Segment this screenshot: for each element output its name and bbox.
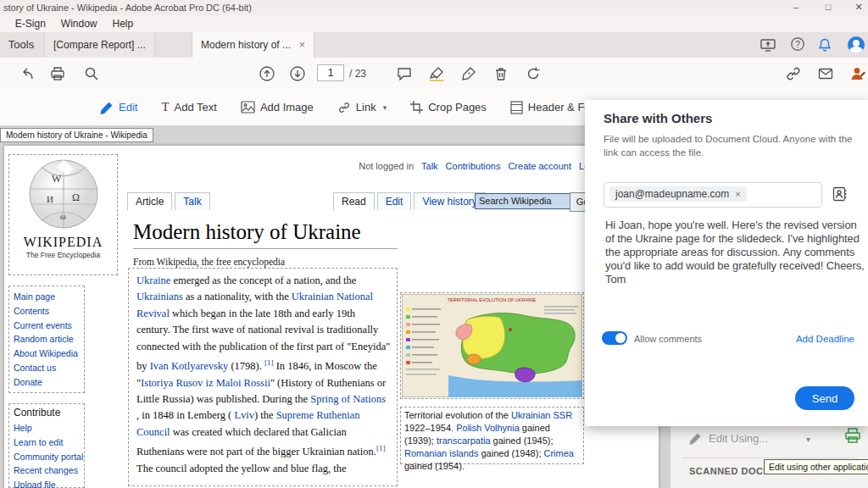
chevron-down-icon[interactable]: ▾ bbox=[806, 435, 810, 444]
share-file-icon[interactable] bbox=[19, 65, 36, 82]
highlighter-icon[interactable] bbox=[428, 65, 445, 82]
sidebar-link[interactable]: Donate bbox=[14, 375, 80, 390]
title-bar: story of Ukraine - Wikipedia - Adobe Acr… bbox=[0, 0, 868, 15]
crop-icon bbox=[410, 101, 423, 114]
menu-item[interactable]: Window bbox=[61, 18, 97, 30]
wiki-link[interactable]: Lviv bbox=[234, 409, 254, 421]
add-text-button[interactable]: T Add Text bbox=[161, 100, 217, 114]
recipients-field[interactable]: joan@madeupname.com× bbox=[604, 182, 822, 208]
sidebar-link[interactable]: Recent changes bbox=[14, 463, 80, 478]
address-book-icon[interactable] bbox=[831, 186, 848, 202]
sidebar-link[interactable]: Community portal bbox=[14, 450, 80, 464]
menu-item[interactable]: E-Sign bbox=[15, 18, 46, 30]
send-button[interactable]: Send bbox=[795, 386, 854, 410]
wiki-link[interactable]: Crimea bbox=[544, 448, 574, 458]
add-deadline-link[interactable]: Add Deadline bbox=[796, 334, 854, 344]
link-tool-label: Link bbox=[356, 101, 376, 114]
edit-tool-button[interactable]: Edit bbox=[100, 101, 137, 114]
wiki-top-link[interactable]: Contributions bbox=[446, 161, 501, 171]
wiki-link[interactable]: [1] bbox=[376, 444, 386, 452]
crop-pages-label: Crop Pages bbox=[428, 101, 487, 114]
page-number-input[interactable] bbox=[317, 64, 344, 81]
wiki-search-input[interactable]: Search Wikipedia bbox=[475, 193, 575, 209]
crop-pages-button[interactable]: Crop Pages bbox=[410, 101, 487, 114]
tab-read[interactable]: Read bbox=[333, 192, 375, 210]
sidebar-link[interactable]: Contact us bbox=[14, 361, 80, 375]
article-subtitle: From Wikipedia, the free encyclopedia bbox=[133, 257, 285, 267]
share-panel-description: File will be uploaded to Document Cloud.… bbox=[604, 132, 860, 159]
wiki-top-link[interactable]: Create account bbox=[508, 161, 571, 171]
wiki-link[interactable]: Romanian islands bbox=[404, 448, 478, 458]
close-button[interactable]: ✕ bbox=[849, 0, 868, 15]
page-up-icon[interactable] bbox=[259, 65, 275, 82]
wikipedia-wordmark: WIKIPEDIA bbox=[24, 235, 103, 250]
add-image-label: Add Image bbox=[260, 101, 314, 114]
user-avatar[interactable] bbox=[848, 36, 865, 53]
sidebar-link[interactable]: Main page bbox=[14, 290, 80, 304]
edit-using-row[interactable]: Edit Using... bbox=[689, 432, 768, 445]
sign-pen-icon[interactable] bbox=[460, 65, 477, 82]
wiki-namespace-tabs: Article Talk bbox=[127, 192, 213, 210]
delete-pages-icon[interactable] bbox=[492, 65, 509, 82]
print-icon[interactable] bbox=[49, 65, 66, 82]
wiki-link[interactable]: transcarpatia bbox=[437, 435, 491, 446]
tab-compare-report[interactable]: [Compare Report] ... bbox=[44, 32, 155, 58]
allow-comments-toggle[interactable] bbox=[602, 331, 627, 345]
recipient-chip[interactable]: joan@madeupname.com× bbox=[609, 186, 747, 202]
wiki-link[interactable]: Spring of Nations bbox=[310, 393, 386, 405]
tab-modern-history[interactable]: Modern history of ...× bbox=[192, 32, 314, 58]
sidebar-link[interactable]: Upload file bbox=[14, 478, 80, 488]
sidebar-link[interactable]: Learn to edit bbox=[14, 435, 80, 450]
share-panel-title: Share with Others bbox=[604, 111, 712, 125]
link-icon[interactable] bbox=[785, 65, 802, 82]
sidebar-link[interactable]: Random article bbox=[14, 332, 80, 347]
wiki-link[interactable]: Ukrainians bbox=[136, 291, 183, 302]
pdf-page: W Ω И ω WIKIPEDIA The Free Encyclopedia … bbox=[4, 146, 659, 488]
share-screen-icon[interactable] bbox=[760, 37, 776, 53]
tab-article[interactable]: Article bbox=[127, 192, 172, 210]
signing-user-icon[interactable] bbox=[849, 65, 866, 82]
sidebar-link[interactable]: Contents bbox=[14, 304, 80, 319]
scan-printer-icon[interactable] bbox=[843, 426, 862, 445]
email-icon[interactable] bbox=[817, 65, 834, 82]
message-textarea[interactable]: Hi Joan, hope you're well. Here's the re… bbox=[605, 219, 866, 286]
tab-close-icon[interactable]: × bbox=[299, 39, 305, 51]
tab-edit[interactable]: Edit bbox=[377, 192, 412, 210]
tab-talk[interactable]: Talk bbox=[175, 192, 209, 210]
menu-item[interactable]: Help bbox=[113, 18, 134, 30]
svg-text:TERRITORIAL EVOLUTION OF UKRAI: TERRITORIAL EVOLUTION OF UKRAINE bbox=[448, 297, 537, 302]
wiki-link[interactable]: Ukrainian SSR bbox=[511, 410, 572, 420]
comment-icon[interactable] bbox=[396, 65, 413, 82]
wiki-link[interactable]: Ukraine bbox=[136, 274, 170, 286]
search-icon[interactable] bbox=[83, 65, 100, 82]
map-image-block[interactable]: TERRITORIAL EVOLUTION OF UKRAINE bbox=[400, 292, 584, 399]
notification-bell-icon[interactable] bbox=[817, 37, 834, 53]
minimize-button[interactable]: – bbox=[787, 0, 805, 15]
article-body-text: Ukraine emerged as the concept of a nati… bbox=[136, 273, 391, 477]
wikipedia-logo-block[interactable]: W Ω И ω WIKIPEDIA The Free Encyclopedia bbox=[8, 154, 118, 275]
svg-text:?: ? bbox=[795, 40, 800, 49]
wiki-top-link[interactable]: Not logged in bbox=[359, 161, 414, 171]
text-run: gained (1954). bbox=[404, 461, 465, 471]
tab-tools[interactable]: Tools bbox=[0, 32, 42, 58]
svg-text:Ω: Ω bbox=[72, 191, 80, 203]
link-tool-button[interactable]: Link ▾ bbox=[337, 101, 387, 114]
sidebar-link[interactable]: Current events bbox=[14, 319, 80, 333]
wiki-link[interactable]: [1] bbox=[264, 358, 274, 367]
help-icon[interactable]: ? bbox=[790, 36, 807, 52]
wiki-top-link[interactable]: Talk bbox=[421, 161, 438, 171]
wiki-link[interactable]: Ivan Kotlyarevsky bbox=[150, 360, 229, 372]
sidebar-link[interactable]: About Wikipedia bbox=[14, 347, 80, 361]
chip-remove-icon[interactable]: × bbox=[735, 189, 740, 199]
sidebar-link[interactable]: Help bbox=[14, 421, 80, 435]
wiki-link[interactable]: Polish Volhynia bbox=[456, 423, 520, 433]
rotate-pages-icon[interactable] bbox=[525, 65, 542, 82]
add-text-icon: T bbox=[161, 100, 169, 114]
maximize-button[interactable]: □ bbox=[819, 0, 837, 15]
edit-tool-label: Edit bbox=[119, 101, 137, 114]
svg-text:W: W bbox=[52, 173, 62, 185]
text-run: ) the bbox=[254, 409, 276, 421]
wiki-link[interactable]: Istoriya Rusov iz Maloi Rossii bbox=[141, 377, 270, 389]
page-down-icon[interactable] bbox=[289, 65, 306, 82]
add-image-button[interactable]: Add Image bbox=[241, 101, 314, 114]
